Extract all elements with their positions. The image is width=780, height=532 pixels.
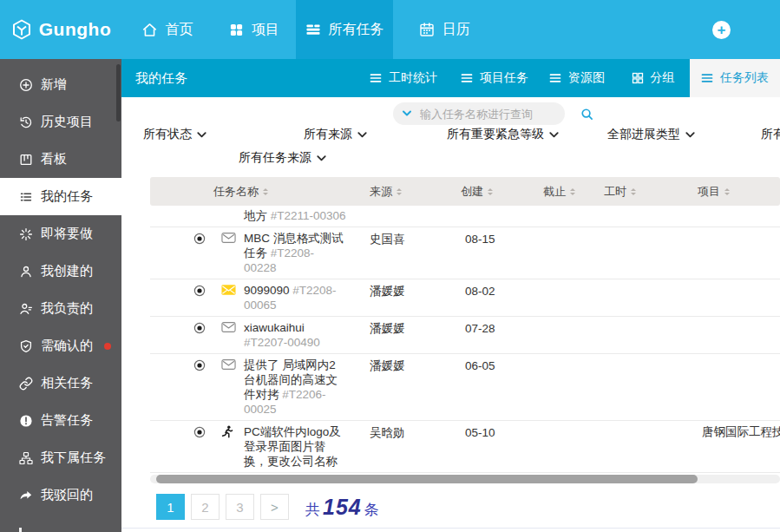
nav-all-tasks[interactable]: 所有任务 bbox=[296, 0, 393, 59]
tab-label: 分组 bbox=[651, 70, 675, 86]
table-row[interactable]: 9099090 #T2208-00065 潘媛媛 08-02 bbox=[150, 279, 780, 317]
radio-icon[interactable] bbox=[193, 426, 221, 438]
sidebar-item-related-tasks[interactable]: 相关任务 bbox=[0, 365, 121, 402]
sidebar-item-need-confirm[interactable]: 需确认的 bbox=[0, 327, 121, 365]
top-header: Gungho 首页 项目 bbox=[0, 0, 780, 59]
task-source: 吴晗勋 bbox=[370, 424, 465, 440]
table-row[interactable]: xiawukaihui #T2207-00490 潘媛媛 07-28 bbox=[150, 317, 780, 354]
page-button-2[interactable]: 2 bbox=[191, 494, 220, 520]
column-source[interactable]: 来源 bbox=[370, 184, 461, 200]
filter-label: 所有任务来源 bbox=[239, 150, 311, 166]
sidebar-item-label: 即将要做 bbox=[41, 226, 93, 242]
user-list-icon bbox=[18, 302, 33, 316]
filter-priority[interactable]: 所有重要紧急等级 bbox=[447, 127, 559, 142]
sitemap-icon bbox=[18, 451, 33, 465]
nav-home-label: 首页 bbox=[166, 21, 193, 39]
task-source: 潘媛媛 bbox=[370, 320, 465, 336]
column-created[interactable]: 创建 bbox=[461, 184, 543, 200]
radio-icon[interactable] bbox=[193, 233, 221, 245]
table-row[interactable]: 提供了 局域网内2台机器间的高速文件对拷 #T2206-00025 潘媛媛 06… bbox=[150, 354, 780, 421]
column-hours[interactable]: 工时 bbox=[604, 184, 698, 200]
shield-icon bbox=[18, 339, 33, 353]
table-row[interactable]: 地方 #T2211-00306 bbox=[150, 206, 780, 227]
search-input[interactable] bbox=[418, 107, 574, 122]
sidebar-item-kanban[interactable]: 看板 bbox=[0, 141, 121, 178]
task-name-cell[interactable]: PC端软件内logo及登录界面图片替换，更改公司名称 bbox=[244, 424, 370, 469]
brand-logo[interactable]: Gungho bbox=[0, 0, 121, 59]
task-name-cell[interactable]: xiawukaihui #T2207-00490 bbox=[244, 320, 370, 350]
sidebar-item-alert-tasks[interactable]: 告警任务 bbox=[0, 402, 121, 439]
task-created: 08-02 bbox=[465, 283, 547, 299]
column-project[interactable]: 项目 bbox=[698, 184, 780, 200]
filter-task-source[interactable]: 所有任务来源 bbox=[239, 150, 326, 166]
filter-progress-type[interactable]: 全部进展类型 bbox=[607, 127, 695, 142]
sidebar-item-history[interactable]: 历史项目 bbox=[0, 103, 121, 141]
page-button-1[interactable]: 1 bbox=[156, 494, 185, 520]
sidebar-item-rejected-by-me[interactable]: 我驳回的 bbox=[0, 476, 121, 514]
list-icon bbox=[370, 72, 382, 84]
add-button[interactable]: + bbox=[712, 21, 731, 39]
envelope-yellow-icon bbox=[221, 284, 244, 296]
next-page-button[interactable]: > bbox=[260, 494, 289, 520]
link-icon bbox=[18, 377, 33, 391]
page-button-3[interactable]: 3 bbox=[226, 494, 254, 520]
filter-source[interactable]: 所有来源 bbox=[304, 127, 367, 142]
tab-resource-map[interactable]: 资源图 bbox=[538, 59, 616, 97]
tab-hours-stats[interactable]: 工时统计 bbox=[356, 59, 451, 97]
list-icon bbox=[549, 72, 561, 84]
task-created: 06-05 bbox=[465, 358, 547, 373]
sidebar-item-subordinate-tasks[interactable]: 我下属任务 bbox=[0, 439, 121, 476]
nav-projects[interactable]: 项目 bbox=[213, 0, 296, 59]
table-row[interactable]: PC端软件内logo及登录界面图片替换，更改公司名称 吴晗勋 05-10 唐钢国… bbox=[150, 421, 780, 473]
task-name-cell[interactable]: 提供了 局域网内2台机器间的高速文件对拷 #T2206-00025 bbox=[244, 358, 370, 417]
task-list-icon bbox=[18, 190, 33, 204]
task-source bbox=[370, 208, 465, 209]
task-name-cell[interactable]: 9099090 #T2208-00065 bbox=[244, 283, 370, 312]
sidebar: 新增 历史项目 看板 我 bbox=[0, 59, 121, 532]
sidebar-item-upcoming[interactable]: 即将要做 bbox=[0, 215, 121, 253]
tab-task-list[interactable]: 任务列表 bbox=[690, 59, 780, 97]
forward-icon bbox=[18, 489, 33, 502]
chevron-down-icon bbox=[317, 155, 326, 161]
tab-label: 项目任务 bbox=[480, 70, 528, 86]
radio-icon[interactable] bbox=[193, 359, 221, 371]
table-row[interactable]: MBC 消息格式测试任务 #T2208-00228 史国喜 08-15 bbox=[150, 227, 780, 279]
nav-home[interactable]: 首页 bbox=[121, 0, 213, 59]
alert-icon bbox=[18, 414, 33, 428]
column-task-name[interactable]: 任务名称 bbox=[213, 184, 370, 200]
nav-calendar-label: 日历 bbox=[442, 21, 470, 39]
filter-status[interactable]: 所有状态 bbox=[143, 127, 206, 142]
total-suffix: 条 bbox=[364, 500, 379, 520]
sidebar-item-my-tasks[interactable]: 我的任务 bbox=[0, 178, 121, 215]
runner-icon bbox=[221, 425, 244, 439]
chevron-down-icon[interactable] bbox=[402, 110, 412, 117]
horizontal-scrollbar-thumb[interactable] bbox=[156, 475, 698, 483]
sidebar-item-created-by-me[interactable]: 我创建的 bbox=[0, 253, 121, 290]
sidebar-item-owned-by-me[interactable]: 我负责的 bbox=[0, 290, 121, 327]
radio-icon[interactable] bbox=[193, 322, 221, 334]
page-title: 我的任务 bbox=[121, 59, 187, 97]
view-tabs: 工时统计 项目任务 资源图 bbox=[356, 59, 780, 97]
tab-grouping[interactable]: 分组 bbox=[616, 59, 690, 97]
column-due[interactable]: 截止 bbox=[543, 184, 604, 200]
sidebar-item-new[interactable]: 新增 bbox=[0, 66, 121, 103]
task-project: 唐钢国际工程技术有 bbox=[702, 424, 780, 439]
task-created: 08-15 bbox=[465, 231, 547, 246]
sidebar-item-label: 需确认的 bbox=[41, 338, 93, 354]
chevron-down-icon bbox=[549, 132, 559, 138]
filter-clipped[interactable]: 所有 bbox=[761, 127, 780, 142]
task-name-cell[interactable]: 地方 #T2211-00306 bbox=[244, 208, 370, 223]
nav-calendar[interactable]: 日历 bbox=[393, 0, 495, 59]
group-icon bbox=[632, 72, 644, 84]
radio-icon[interactable] bbox=[193, 285, 221, 297]
sparkle-icon bbox=[18, 227, 33, 241]
task-search bbox=[393, 102, 565, 125]
sort-icon bbox=[631, 188, 636, 195]
sidebar-item-label: 告警任务 bbox=[41, 412, 93, 429]
task-name-cell[interactable]: MBC 消息格式测试任务 #T2208-00228 bbox=[244, 231, 370, 275]
search-icon[interactable] bbox=[580, 108, 593, 121]
horizontal-scrollbar[interactable] bbox=[150, 475, 780, 483]
sidebar-scrollbar[interactable] bbox=[116, 64, 121, 122]
filter-label: 全部进展类型 bbox=[607, 127, 680, 142]
tab-project-tasks[interactable]: 项目任务 bbox=[451, 59, 538, 97]
